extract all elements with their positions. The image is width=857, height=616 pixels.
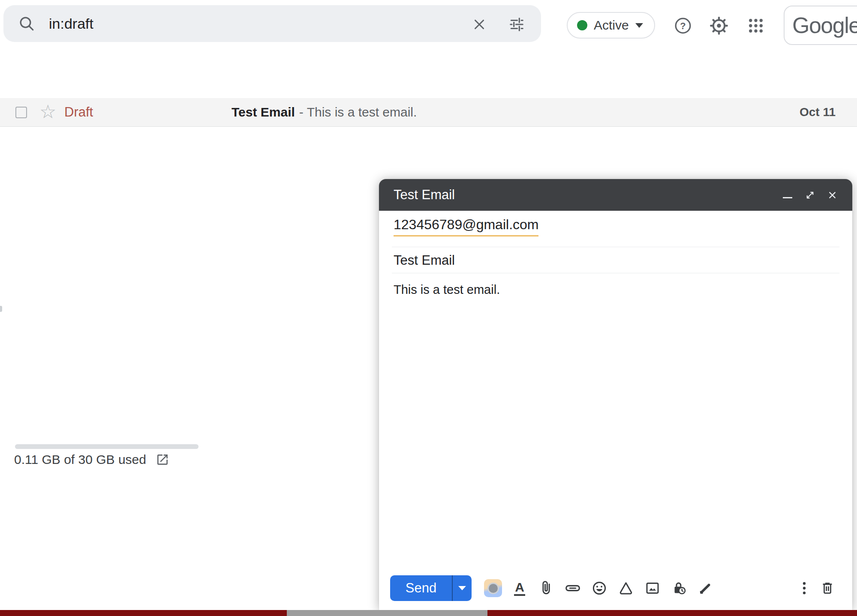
send-split-button: Send <box>390 575 472 601</box>
status-dot-icon <box>577 20 587 30</box>
star-icon[interactable]: ☆ <box>39 97 56 126</box>
chevron-down-icon <box>635 23 643 28</box>
minimize-button[interactable] <box>779 186 797 204</box>
image-icon <box>644 580 661 596</box>
compose-header[interactable]: Test Email <box>379 179 852 211</box>
search-options-button[interactable] <box>506 14 527 35</box>
storage-section: 0.11 GB of 30 GB used <box>14 452 169 467</box>
close-icon <box>471 16 487 33</box>
minimize-icon <box>783 197 792 198</box>
insert-from-drive-button[interactable] <box>616 579 635 598</box>
trash-icon <box>820 580 835 596</box>
divider <box>392 273 839 273</box>
smart-feature-circle <box>487 583 499 594</box>
attach-files-button[interactable] <box>537 579 556 598</box>
external-link-icon[interactable] <box>156 453 169 466</box>
confidential-mode-button[interactable] <box>670 579 689 598</box>
recipient-chip[interactable]: 123456789@gmail.com <box>394 217 538 236</box>
formatting-options-button[interactable]: A <box>510 579 529 598</box>
compose-window: Test Email 123456789@gmail.com Test Emai… <box>379 179 852 610</box>
subject-field[interactable]: Test Email <box>394 253 455 268</box>
clear-search-button[interactable] <box>469 14 490 35</box>
window-controls <box>779 186 841 204</box>
send-button[interactable]: Send <box>390 575 452 601</box>
left-edge-tick <box>0 306 2 312</box>
bottom-scrollbar-segment[interactable] <box>287 610 487 616</box>
settings-button[interactable] <box>708 15 730 37</box>
insert-emoji-button[interactable] <box>590 579 609 598</box>
paperclip-icon <box>538 580 554 596</box>
email-subject-line: Test Email- This is a test email. <box>232 98 417 126</box>
bottom-window-edge <box>0 610 857 616</box>
search-input[interactable]: in:draft <box>49 5 93 42</box>
apps-grid-icon <box>747 17 765 35</box>
google-logo-text: Google <box>792 12 857 38</box>
draft-label: Draft <box>64 98 93 126</box>
compose-title: Test Email <box>394 187 455 203</box>
status-chip[interactable]: Active <box>567 12 655 39</box>
search-bar[interactable]: in:draft <box>3 5 541 42</box>
status-label: Active <box>594 18 629 33</box>
help-icon: ? <box>674 16 692 35</box>
google-logo: Google <box>784 6 857 45</box>
drive-icon <box>618 580 634 596</box>
insert-link-button[interactable] <box>563 579 582 598</box>
insert-signature-button[interactable] <box>696 579 715 598</box>
smart-feature-icon <box>484 579 502 597</box>
compose-toolbar: Send A <box>379 574 852 602</box>
discard-draft-button[interactable] <box>818 579 837 598</box>
apps-grid-button[interactable] <box>745 15 767 37</box>
help-button[interactable]: ? <box>672 15 694 37</box>
storage-progress-bar <box>15 444 198 449</box>
fullscreen-button[interactable] <box>801 186 819 204</box>
gear-icon <box>710 16 728 35</box>
smart-feature-button[interactable] <box>484 579 502 598</box>
email-date: Oct 11 <box>800 98 836 126</box>
message-body[interactable]: This is a test email. <box>394 282 500 297</box>
tune-icon <box>508 16 525 33</box>
search-icon[interactable] <box>18 15 35 34</box>
lock-clock-icon <box>671 580 687 596</box>
divider <box>392 247 839 247</box>
open-in-full-icon <box>804 189 816 201</box>
close-icon <box>827 189 838 201</box>
insert-photo-button[interactable] <box>643 579 662 598</box>
list-toolbar: 1–1 of 1 <box>0 47 857 98</box>
pen-icon <box>698 580 714 596</box>
more-vertical-icon <box>796 580 812 596</box>
email-row[interactable]: ☆ Draft Test Email- This is a test email… <box>0 98 857 127</box>
format-text-icon: A <box>514 580 525 596</box>
emoji-icon <box>591 580 607 596</box>
email-subject: Test Email <box>232 105 295 119</box>
compose-more-options-button[interactable] <box>795 579 814 598</box>
email-snippet: - This is a test email. <box>299 105 417 119</box>
send-options-button[interactable] <box>453 575 472 601</box>
link-icon <box>564 580 581 597</box>
gmail-app: in:draft Active ? Google 1–1 of 1 <box>0 0 857 616</box>
svg-text:?: ? <box>680 21 686 31</box>
close-compose-button[interactable] <box>823 186 841 204</box>
row-checkbox[interactable] <box>15 107 27 118</box>
recipient-row[interactable]: 123456789@gmail.com <box>394 217 538 236</box>
storage-usage-label: 0.11 GB of 30 GB used <box>14 452 146 467</box>
chevron-down-icon <box>458 586 466 590</box>
